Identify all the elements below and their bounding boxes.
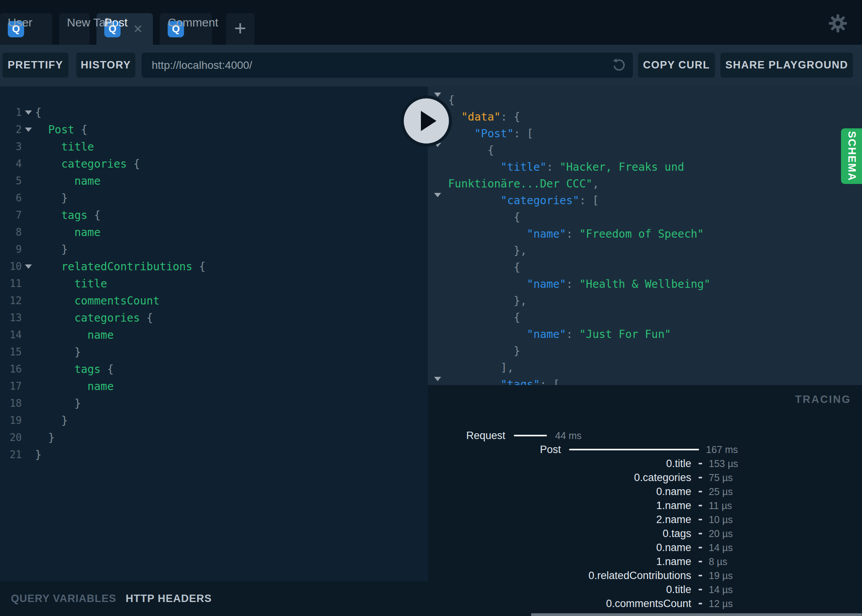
tracing-row: 0.commentsCount12 µs — [428, 597, 862, 611]
code-text: commentsCount — [35, 294, 159, 307]
query-variables-tab[interactable]: QUERY VARIABLES — [11, 593, 116, 605]
response-line: { — [428, 259, 862, 276]
fold-arrow-icon[interactable] — [25, 264, 32, 269]
code-text: name — [35, 329, 114, 341]
fold-arrow-icon[interactable] — [25, 128, 32, 132]
code-text: } — [35, 414, 68, 427]
tracing-dash — [699, 589, 702, 590]
fold-slot — [22, 264, 35, 269]
tracing-panel: TRACING Request44 msPost167 ms0.title153… — [428, 385, 862, 616]
tracing-row-value: 14 µs — [709, 542, 733, 553]
tracing-dash — [699, 519, 702, 520]
tracing-row-label: 0.title — [428, 584, 691, 596]
editor-line: 3 title — [0, 138, 428, 155]
response-line: { — [428, 309, 862, 326]
editor-line: 10 relatedContributions { — [0, 258, 428, 275]
tracing-row-value: 8 µs — [709, 556, 727, 567]
line-number: 20 — [0, 432, 22, 443]
tracing-row: 0.categories75 µs — [428, 471, 862, 485]
response-line: ], — [428, 359, 862, 376]
editor-line: 17 name — [0, 378, 428, 395]
code-text: tags { — [35, 209, 101, 222]
code-text: name — [35, 175, 101, 187]
response-line: "name": "Just For Fun" — [428, 326, 862, 343]
tracing-row-label: Request — [428, 430, 505, 442]
line-number: 6 — [0, 192, 22, 204]
endpoint-url-input[interactable] — [142, 52, 633, 78]
schema-side-tab[interactable]: SCHEMA — [841, 128, 862, 184]
reload-schema-icon[interactable] — [611, 57, 627, 74]
tab-label: User — [8, 16, 32, 29]
tab-new-tab[interactable]: New Tab — [59, 13, 89, 45]
tracing-row-label: 0.tags — [428, 528, 691, 540]
code-text: name — [35, 226, 101, 239]
code-text: } — [35, 346, 81, 359]
line-number: 13 — [0, 312, 22, 324]
history-button[interactable]: HISTORY — [76, 52, 135, 78]
tab-bar: QUserNew TabQPost✕QComment+ — [0, 0, 862, 45]
tab-post[interactable]: QPost✕ — [96, 13, 153, 45]
tracing-dash — [699, 533, 702, 534]
code-text: name — [35, 380, 114, 393]
editor-line: 4 categories { — [0, 155, 428, 172]
response-line: { — [428, 142, 862, 159]
share-playground-button[interactable]: SHARE PLAYGROUND — [720, 52, 853, 78]
line-number: 10 — [0, 261, 22, 272]
prettify-button[interactable]: PRETTIFY — [2, 52, 68, 78]
tab-comment[interactable]: QComment — [160, 13, 212, 45]
code-text: "name": "Freedom of Speech" — [428, 228, 704, 240]
tracing-row-value: 20 µs — [709, 528, 733, 539]
code-text: Post { — [35, 123, 88, 136]
execute-query-button[interactable] — [401, 95, 452, 147]
tab-label: Comment — [168, 16, 218, 29]
line-number: 19 — [0, 415, 22, 426]
copy-curl-button[interactable]: COPY CURL — [638, 52, 715, 78]
tracing-row: 0.title153 µs — [428, 457, 862, 471]
code-text: "tags": [ — [428, 378, 560, 385]
response-line: "tags": [ — [428, 376, 862, 385]
tracing-horizontal-scrollbar[interactable] — [531, 613, 862, 616]
code-text: "name": "Health & Wellbeing" — [428, 278, 710, 290]
code-text: Funktionäre...Der CCC", — [428, 177, 599, 190]
http-headers-tab[interactable]: HTTP HEADERS — [126, 593, 212, 605]
tracing-dash — [699, 603, 702, 604]
line-number: 8 — [0, 226, 22, 238]
tracing-dash — [699, 505, 702, 506]
editor-line: 18 } — [0, 395, 428, 412]
fold-arrow-icon[interactable] — [25, 110, 32, 115]
editor-line: 8 name — [0, 224, 428, 241]
code-text: tags { — [35, 363, 114, 376]
editor-line: 12 commentsCount — [0, 292, 428, 309]
schema-side-tab-label: SCHEMA — [846, 131, 858, 181]
settings-gear-icon[interactable] — [827, 12, 849, 34]
fold-arrow-icon[interactable] — [434, 197, 441, 204]
tracing-title: TRACING — [795, 394, 851, 406]
line-number: 3 — [0, 141, 22, 152]
line-number: 17 — [0, 380, 22, 392]
tracing-row-value: 153 µs — [709, 458, 738, 469]
response-line: "title": "Hacker, Freaks und — [428, 159, 862, 175]
editor-line: 14 name — [0, 326, 428, 343]
editor-line: 20 } — [0, 429, 428, 446]
editor-line: 16 tags { — [0, 360, 428, 378]
response-line: "name": "Health & Wellbeing" — [428, 276, 862, 292]
line-number: 5 — [0, 175, 22, 187]
close-tab-icon[interactable]: ✕ — [133, 22, 143, 36]
response-viewer: { "data": { "Post": [ { "title": "Hacker… — [428, 86, 862, 385]
fold-arrow-icon[interactable] — [434, 147, 441, 154]
code-text: categories { — [35, 312, 153, 324]
code-text: } — [35, 243, 68, 256]
query-editor[interactable]: 1{2 Post {3 title4 categories {5 name6 }… — [0, 86, 428, 581]
tracing-row-label: 0.commentsCount — [428, 598, 691, 610]
tracing-row-value: 167 ms — [706, 444, 738, 455]
tab-user[interactable]: QUser — [0, 13, 52, 45]
tracing-row-label: 0.title — [428, 458, 691, 470]
add-tab-button[interactable]: + — [226, 13, 254, 45]
tracing-dash — [699, 491, 702, 492]
fold-slot — [22, 128, 35, 132]
bottom-editor-bar: QUERY VARIABLES HTTP HEADERS — [0, 581, 428, 616]
editor-line: 5 name — [0, 172, 428, 189]
fold-arrow-icon[interactable] — [434, 381, 441, 385]
code-text: }, — [428, 294, 527, 307]
code-text: "categories": [ — [428, 194, 599, 207]
